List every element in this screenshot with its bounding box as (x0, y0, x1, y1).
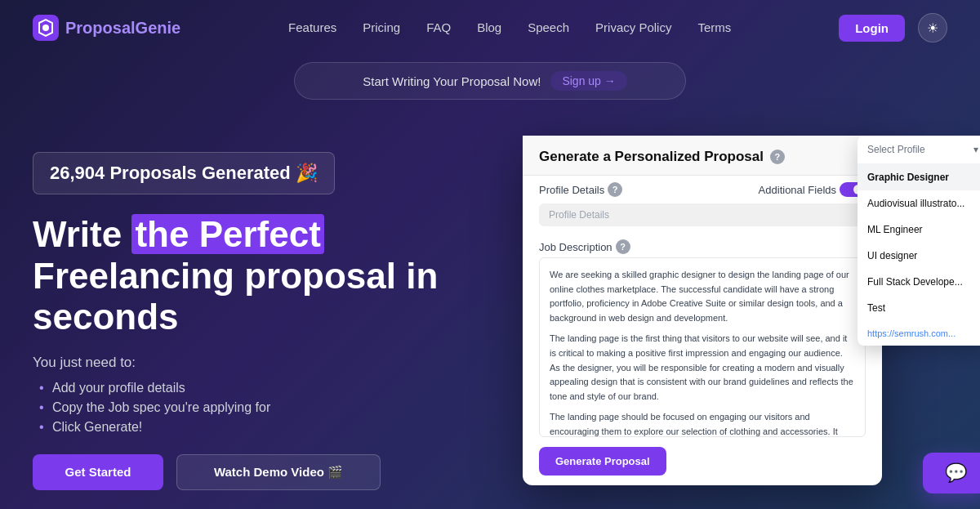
main-content: 26,904 Proposals Generated 🎉 Write the P… (0, 119, 980, 490)
ai-chat-icon: 💬 (945, 462, 967, 484)
nav-speech[interactable]: Speech (528, 20, 569, 34)
bullet-list: Add your profile details Copy the Job sp… (33, 381, 490, 435)
tab-profile-help-icon: ? (608, 182, 622, 197)
ai-chat-bubble[interactable]: 💬 (923, 453, 980, 493)
banner-text: Start Writing Your Proposal Now! (363, 74, 541, 88)
left-side: 26,904 Proposals Generated 🎉 Write the P… (33, 136, 490, 490)
nav-faq[interactable]: FAQ (426, 20, 451, 34)
banner: Start Writing Your Proposal Now! Sign up… (294, 62, 686, 100)
job-desc-help-icon: ? (616, 239, 630, 254)
mockup-header: Generate a Personalized Proposal ? (523, 136, 882, 176)
nav-links: Features Pricing FAQ Blog Speech Privacy… (288, 20, 731, 35)
job-desc-label: Job Description ? (523, 233, 882, 257)
watch-demo-button[interactable]: Watch Demo Video 🎬 (176, 454, 381, 490)
mockup-title: Generate a Personalized Proposal ? (539, 149, 866, 165)
ui-mockup: Generate a Personalized Proposal ? Profi… (523, 136, 882, 485)
job-desc-text: We are seeking a skilled graphic designe… (550, 268, 855, 437)
mockup-tabs: Profile Details ? Additional Fields (523, 176, 882, 197)
dropdown-header: Select Profile ▾ (858, 136, 980, 164)
nav-features[interactable]: Features (288, 20, 336, 34)
profile-details-area[interactable]: Profile Details (539, 203, 866, 226)
dropdown-item-ml-engineer[interactable]: ML Engineer (858, 217, 980, 243)
hero-highlight: the Perfect (131, 214, 323, 254)
nav-terms[interactable]: Terms (697, 20, 731, 34)
login-button[interactable]: Login (839, 15, 905, 42)
dropdown-item-audiovisual[interactable]: Audiovisual illustrato... (858, 190, 980, 217)
navbar: ProposalGenie Features Pricing FAQ Blog … (0, 0, 980, 56)
hero-title: Write the Perfect Freelancing proposal i… (33, 214, 490, 338)
nav-blog[interactable]: Blog (477, 20, 501, 34)
dropdown-chevron-icon: ▾ (973, 144, 978, 155)
nav-privacy[interactable]: Privacy Policy (595, 20, 671, 34)
hero-title-part2: Freelancing proposal in seconds (33, 256, 438, 337)
right-side: Generate a Personalized Proposal ? Profi… (523, 136, 947, 490)
svg-point-1 (42, 25, 49, 31)
nav-right: Login ☀ (839, 13, 947, 42)
dropdown-item-graphic-designer[interactable]: Graphic Designer (858, 164, 980, 190)
dropdown-item-test[interactable]: Test (858, 295, 980, 321)
dropdown-item-ui-designer[interactable]: UI designer (858, 243, 980, 269)
logo[interactable]: ProposalGenie (33, 15, 180, 41)
cta-buttons: Get Started Watch Demo Video 🎬 (33, 454, 490, 490)
dropdown-item-fullstack[interactable]: Full Stack Develope... (858, 269, 980, 295)
profile-dropdown: Select Profile ▾ Graphic Designer Audiov… (858, 136, 980, 346)
bullet-1: Add your profile details (39, 381, 490, 395)
profile-details-placeholder: Profile Details (549, 209, 609, 221)
tab-additional-fields[interactable]: Additional Fields (759, 182, 866, 197)
signup-link[interactable]: Sign up → (550, 71, 626, 91)
bullet-3: Click Generate! (39, 420, 490, 435)
dropdown-item-url[interactable]: https://semrush.com... (858, 321, 980, 346)
generate-proposal-button[interactable]: Generate Proposal (539, 447, 666, 476)
help-icon: ? (770, 150, 785, 164)
proposals-badge: 26,904 Proposals Generated 🎉 (33, 152, 335, 194)
logo-text: ProposalGenie (65, 19, 180, 38)
get-started-button[interactable]: Get Started (33, 454, 163, 490)
bullet-2: Copy the Job spec you're applying for (39, 400, 490, 415)
theme-toggle-button[interactable]: ☀ (918, 13, 947, 42)
hero-subtitle: You just need to: (33, 355, 490, 371)
nav-pricing[interactable]: Pricing (363, 20, 400, 34)
job-desc-area[interactable]: We are seeking a skilled graphic designe… (539, 257, 866, 437)
tab-profile-details[interactable]: Profile Details ? (539, 182, 622, 197)
logo-icon (33, 15, 59, 41)
